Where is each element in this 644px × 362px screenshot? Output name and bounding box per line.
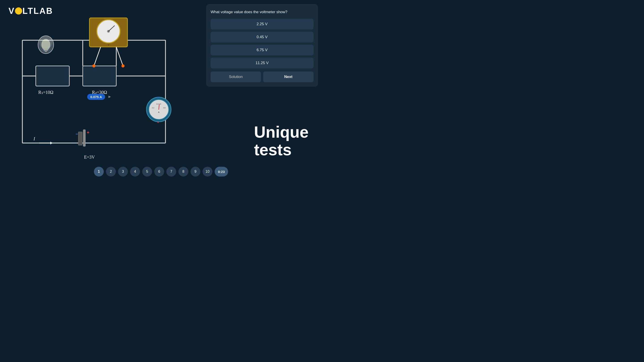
answer-option-c[interactable]: 6.75 V (211, 45, 314, 55)
solution-button[interactable]: Solution (211, 71, 261, 82)
svg-rect-8 (83, 66, 116, 86)
svg-text:A: A (158, 111, 160, 113)
svg-text:V: V (108, 44, 109, 46)
page-btn-3[interactable]: 3 (118, 167, 128, 177)
answer-option-a[interactable]: 2.25 V (211, 19, 314, 29)
quiz-question: What voltage value does the voltmeter sh… (211, 9, 314, 15)
next-button[interactable]: Next (263, 71, 314, 82)
svg-line-17 (94, 47, 100, 66)
current-value-badge: 0.075 A (87, 94, 105, 100)
page-btn-10[interactable]: 10 (202, 167, 212, 177)
svg-text:0.8-: 0.8- (163, 107, 166, 109)
answer-option-b[interactable]: 0.45 V (211, 32, 314, 42)
svg-text:I: I (33, 136, 35, 141)
page-btn-9[interactable]: 9 (190, 167, 200, 177)
svg-rect-26 (78, 132, 82, 145)
answer-option-d[interactable]: 11.25 V (211, 58, 314, 68)
svg-text:−: − (76, 132, 78, 136)
quiz-panel: What voltage value does the voltmeter sh… (206, 4, 318, 87)
svg-text:E=3V: E=3V (84, 155, 95, 160)
svg-text:0.4  0.6: 0.4 0.6 (156, 103, 161, 105)
svg-text:+: + (87, 130, 90, 135)
svg-marker-40 (50, 142, 52, 144)
page-btn-2[interactable]: 2 (106, 167, 116, 177)
svg-text:−: − (157, 96, 159, 99)
page-btn-1[interactable]: 1 (94, 167, 104, 177)
svg-text:R₁=10Ω: R₁=10Ω (38, 90, 53, 95)
svg-rect-27 (83, 130, 86, 146)
page-btn-4[interactable]: 4 (130, 167, 140, 177)
unique-tests-line1: Unique (254, 123, 308, 141)
quiz-actions: Solution Next (211, 71, 314, 82)
svg-text:+: + (157, 120, 159, 124)
svg-point-19 (92, 64, 96, 67)
page-btn-8[interactable]: 8 (178, 167, 188, 177)
svg-point-25 (39, 36, 52, 49)
svg-line-18 (116, 47, 123, 66)
svg-point-20 (122, 64, 124, 67)
circuit-diagram: V − + 0.4 0.6 -0.2 0.8- A − + R₁=10Ω R₂=… (9, 13, 179, 170)
svg-text:-0.2: -0.2 (152, 107, 154, 109)
unique-tests-line2: tests (254, 141, 308, 159)
page-btn-5[interactable]: 5 (142, 167, 152, 177)
pagination: 1 2 3 4 5 6 7 8 9 10 0:23 (94, 167, 228, 177)
current-arrow-icon: ▶ (108, 95, 111, 98)
unique-tests-text: Unique tests (254, 123, 308, 159)
svg-rect-5 (36, 66, 69, 86)
page-btn-6[interactable]: 6 (154, 167, 164, 177)
page-btn-7[interactable]: 7 (166, 167, 176, 177)
page-timer: 0:23 (215, 167, 228, 177)
